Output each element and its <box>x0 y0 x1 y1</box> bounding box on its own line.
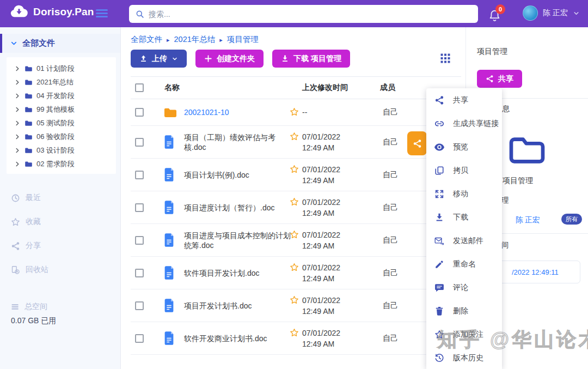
tree-folder-item[interactable]: 06 验收阶段 <box>7 130 116 143</box>
menu-item-icon <box>434 283 444 293</box>
favorite-star-icon[interactable] <box>290 230 299 239</box>
row-checkbox[interactable] <box>135 108 144 117</box>
tree-folder-item[interactable]: 02 需求阶段 <box>7 157 116 171</box>
breadcrumb-link[interactable]: 2021年总结 <box>162 34 215 45</box>
context-menu-item[interactable]: 添加关注 <box>426 323 502 346</box>
chevron-right-icon <box>14 65 21 72</box>
sidebar-nav: 最近 收藏 分享 回收站 <box>0 186 120 282</box>
upload-button[interactable]: 上传 <box>131 50 187 68</box>
sidebar-nav-item[interactable]: 回收站 <box>0 258 120 282</box>
nav-icon <box>11 265 20 275</box>
app-brand: Dorisoy.Pan <box>10 5 94 19</box>
row-checkbox[interactable] <box>135 138 144 147</box>
storage-summary: 总空间 0.07 GB 已用 <box>11 300 56 326</box>
row-checkbox[interactable] <box>135 269 144 277</box>
sidebar-nav-item[interactable]: 分享 <box>0 234 120 258</box>
tree-folder-item[interactable]: 04 开发阶段 <box>7 89 116 102</box>
folder-tree: 01 计划阶段 2021年总结 04 开发阶段 99 其他 <box>7 57 116 174</box>
file-type-icon <box>163 107 177 118</box>
file-name[interactable]: 项目（工期）绩效评估与考核.doc <box>184 132 293 152</box>
context-menu-item[interactable]: 发送邮件 <box>426 229 502 252</box>
row-share-button[interactable] <box>407 131 427 155</box>
file-name[interactable]: 项目进度与项目成本控制的计划统筹.doc <box>184 231 293 250</box>
search-box[interactable] <box>129 5 478 23</box>
context-menu-item[interactable]: 评论 <box>426 276 502 299</box>
search-input[interactable] <box>149 10 454 19</box>
favorite-star-icon[interactable] <box>290 132 299 141</box>
menu-item-icon <box>434 236 444 246</box>
favorite-star-icon[interactable] <box>290 263 299 272</box>
table-row[interactable]: 项目进度与项目成本控制的计划统筹.doc 07/01/2022 12:49 AM… <box>131 224 461 257</box>
row-checkbox[interactable] <box>135 203 144 212</box>
context-menu-item[interactable]: 重命名 <box>426 252 502 276</box>
context-menu-item[interactable]: 预览 <box>426 135 502 159</box>
file-name[interactable]: 20021021-10 <box>184 107 293 117</box>
download-folder-button[interactable]: 下载 项目管理 <box>272 50 350 68</box>
user-menu[interactable]: 陈 正宏 <box>523 5 580 21</box>
context-menu-item[interactable]: 移动 <box>426 182 502 205</box>
share-icon <box>486 75 494 83</box>
tree-folder-item[interactable]: 2021年总结 <box>7 75 116 89</box>
file-name[interactable]: 软件项目开发计划.doc <box>184 268 293 278</box>
tree-folder-item[interactable]: 01 计划阶段 <box>7 62 116 75</box>
member-cell: 自己 <box>383 235 398 245</box>
row-checkbox[interactable] <box>135 171 144 179</box>
menu-item-icon <box>434 119 444 129</box>
select-all-checkbox[interactable] <box>135 83 144 92</box>
tree-folder-label: 99 其他模板 <box>36 105 75 114</box>
chevron-down-icon <box>573 10 580 17</box>
breadcrumb-link[interactable]: 项目管理 <box>215 34 259 45</box>
context-menu-item[interactable]: 生成共享链接 <box>426 112 502 135</box>
notifications-button[interactable]: 0 <box>489 7 507 23</box>
details-share-button[interactable]: 共享 <box>477 70 522 88</box>
chevron-right-icon <box>14 93 21 99</box>
tree-folder-item[interactable]: 99 其他模板 <box>7 102 116 116</box>
table-row[interactable]: 软件开发商业计划书.doc 07/01/2022 12:49 AM 自己 <box>131 322 461 355</box>
owner-name-link[interactable]: 陈 正宏 <box>516 215 540 225</box>
row-checkbox[interactable] <box>135 301 144 310</box>
file-type-icon <box>163 201 177 214</box>
folder-icon <box>24 134 33 140</box>
favorite-star-icon[interactable] <box>290 107 299 117</box>
folder-icon <box>24 120 33 126</box>
sidebar-nav-item[interactable]: 最近 <box>0 186 120 210</box>
table-row[interactable]: 项目开发计划书.doc 07/01/2022 12:49 AM 自己 <box>131 289 461 322</box>
menu-item-label: 添加关注 <box>453 330 483 340</box>
sidebar-nav-item[interactable]: 收藏 <box>0 210 120 234</box>
favorite-star-icon[interactable] <box>290 328 299 337</box>
table-row[interactable]: 20021021-10 -- 自己 <box>131 99 461 126</box>
favorite-star-icon[interactable] <box>290 295 299 305</box>
favorite-star-icon[interactable] <box>290 197 299 207</box>
tree-folder-item[interactable]: 03 设计阶段 <box>7 143 116 157</box>
row-checkbox[interactable] <box>135 334 144 343</box>
context-menu-item[interactable]: 删除 <box>426 299 502 323</box>
menu-item-label: 评论 <box>453 283 468 293</box>
menu-item-icon <box>434 259 444 269</box>
sidebar-item-all-files[interactable]: 全部文件 <box>0 34 120 53</box>
context-menu-item[interactable]: 共享 <box>426 88 502 112</box>
context-menu-item[interactable]: 版本历史 <box>426 346 502 369</box>
create-folder-button[interactable]: 创建文件夹 <box>195 50 264 68</box>
notification-badge: 0 <box>495 4 505 14</box>
menu-toggle-icon[interactable] <box>96 9 108 19</box>
table-row[interactable]: 项目计划书(例).doc 07/01/2022 12:49 AM 自己 <box>131 159 461 191</box>
file-name[interactable]: 软件开发商业计划书.doc <box>184 334 293 343</box>
table-header: 名称 上次修改时间 成员 <box>131 76 461 99</box>
avatar <box>523 5 538 21</box>
file-type-icon <box>163 135 177 149</box>
context-menu-item[interactable]: 下载 <box>426 205 502 229</box>
table-row[interactable]: 项目进度计划（暂行）.doc 07/01/2022 12:49 AM 自己 <box>131 191 461 224</box>
details-section-fragment: 理 <box>501 196 509 205</box>
file-name[interactable]: 项目计划书(例).doc <box>184 170 293 180</box>
file-name[interactable]: 项目进度计划（暂行）.doc <box>184 203 293 213</box>
breadcrumb-link[interactable]: 全部文件 <box>131 34 162 45</box>
modified-time: 12:49 AM <box>302 306 340 317</box>
favorite-star-icon[interactable] <box>290 165 299 174</box>
file-name[interactable]: 项目开发计划书.doc <box>184 301 293 311</box>
chevron-right-icon <box>14 134 21 140</box>
row-checkbox[interactable] <box>135 236 144 245</box>
tree-folder-item[interactable]: 05 测试阶段 <box>7 116 116 130</box>
table-row[interactable]: 软件项目开发计划.doc 07/01/2022 12:49 AM 自己 <box>131 257 461 289</box>
context-menu-item[interactable]: 拷贝 <box>426 159 502 182</box>
grid-view-button[interactable] <box>439 53 451 65</box>
